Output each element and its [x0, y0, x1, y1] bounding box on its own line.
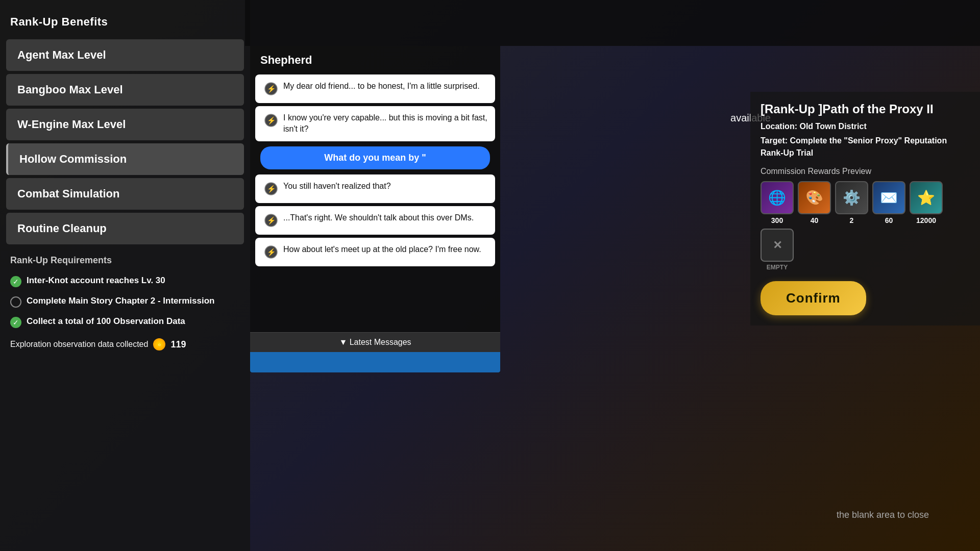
svg-text:⚡: ⚡ [267, 216, 276, 225]
svg-text:⚡: ⚡ [267, 85, 276, 93]
npc-icon-5: ⚡ [263, 212, 279, 229]
confirm-button[interactable]: Confirm [761, 281, 866, 315]
rank-up-requirements-title: Rank-Up Requirements [0, 247, 250, 271]
reward-item-2: 🎨 40 [798, 181, 831, 224]
chat-message-5: ⚡ ...That's right. We shouldn't talk abo… [255, 206, 495, 235]
reward-count-empty: EMPTY [767, 264, 788, 271]
message-text-1: My dear old friend... to be honest, I'm … [283, 81, 487, 92]
reward-item-4: ✉️ 60 [872, 181, 905, 224]
exploration-coin-icon: ○ [153, 338, 165, 350]
req-text-3: Collect a total of 100 Observation Data [27, 316, 185, 327]
reward-item-3: ⚙️ 2 [835, 181, 868, 224]
rank-up-benefits-title: Rank-Up Benefits [0, 10, 250, 36]
npc-icon-1: ⚡ [263, 81, 279, 97]
reward-icon-empty: ✕ [761, 229, 794, 262]
exploration-row: Exploration observation data collected ○… [0, 332, 250, 357]
commission-info: [Rank-Up ]Path of the Proxy II Location:… [750, 92, 980, 325]
npc-icon-2: ⚡ [263, 112, 279, 129]
left-panel: Rank-Up Benefits Agent Max Level Bangboo… [0, 0, 250, 551]
reward-count-4: 60 [885, 216, 893, 224]
requirement-3: ✓ Collect a total of 100 Observation Dat… [0, 312, 250, 332]
benefit-w-engine-max-level[interactable]: W-Engine Max Level [6, 109, 244, 140]
benefit-hollow-commission[interactable]: Hollow Commission [6, 143, 244, 175]
close-area-text: the blank area to close [837, 510, 929, 520]
message-text-4: You still haven't realized that? [283, 181, 487, 192]
commission-rewards-title: Commission Rewards Preview [761, 167, 970, 176]
npc-icon-4: ⚡ [263, 181, 279, 197]
commission-location: Location: Old Town District [761, 120, 970, 133]
latest-messages-button[interactable]: ▼ Latest Messages [250, 332, 500, 352]
chat-messages: ⚡ My dear old friend... to be honest, I'… [250, 72, 500, 332]
reward-item-5: ⭐ 12000 [910, 181, 943, 224]
reward-icon-4: ✉️ [872, 181, 905, 214]
chat-message-2: ⚡ I know you're very capable... but this… [255, 106, 495, 141]
rewards-row: 🌐 300 🎨 40 ⚙️ 2 ✉️ 60 ⭐ 12000 [761, 181, 970, 271]
benefit-combat-simulation[interactable]: Combat Simulation [6, 178, 244, 210]
benefits-list: Agent Max Level Bangboo Max Level W-Engi… [0, 39, 250, 244]
message-text-6: How about let's meet up at the old place… [283, 244, 487, 255]
chat-message-6: ⚡ How about let's meet up at the old pla… [255, 238, 495, 266]
svg-text:⚡: ⚡ [267, 116, 276, 125]
reward-count-3: 2 [850, 216, 854, 224]
chat-message-4: ⚡ You still haven't realized that? [255, 174, 495, 203]
reward-item-1: 🌐 300 [761, 181, 794, 224]
reward-icon-3: ⚙️ [835, 181, 868, 214]
requirement-2: Complete Main Story Chapter 2 - Intermis… [0, 291, 250, 312]
svg-text:⚡: ⚡ [267, 185, 276, 193]
req-text-1: Inter-Knot account reaches Lv. 30 [27, 275, 165, 286]
top-bar [245, 0, 980, 46]
req-icon-3: ✓ [10, 317, 21, 328]
reward-count-1: 300 [771, 216, 783, 224]
reward-icon-1: 🌐 [761, 181, 794, 214]
benefit-agent-max-level[interactable]: Agent Max Level [6, 39, 244, 71]
reward-count-2: 40 [811, 216, 819, 224]
message-text-2: I know you're very capable... but this i… [283, 112, 487, 135]
reward-icon-5: ⭐ [910, 181, 943, 214]
reward-item-empty: ✕ EMPTY [761, 229, 794, 271]
exploration-label: Exploration observation data collected [10, 340, 148, 349]
message-text-5: ...That's right. We shouldn't talk about… [283, 212, 487, 223]
benefit-routine-cleanup[interactable]: Routine Cleanup [6, 213, 244, 244]
svg-text:⚡: ⚡ [267, 248, 276, 257]
npc-icon-6: ⚡ [263, 244, 279, 260]
chat-speaker: Shepherd [250, 46, 500, 72]
commission-target: Target: Complete the "Senior Proxy" Repu… [761, 135, 970, 159]
req-text-2: Complete Main Story Chapter 2 - Intermis… [27, 295, 214, 307]
chat-panel: Shepherd ⚡ My dear old friend... to be h… [250, 46, 500, 372]
chat-message-1: ⚡ My dear old friend... to be honest, I'… [255, 74, 495, 103]
player-message[interactable]: What do you mean by " [260, 146, 490, 169]
exploration-value: 119 [170, 339, 186, 350]
commission-title: [Rank-Up ]Path of the Proxy II [761, 102, 970, 116]
req-icon-1: ✓ [10, 276, 21, 287]
chat-footer [250, 352, 500, 372]
requirement-1: ✓ Inter-Knot account reaches Lv. 30 [0, 271, 250, 291]
req-icon-2 [10, 296, 21, 308]
reward-icon-2: 🎨 [798, 181, 831, 214]
benefit-bangboo-max-level[interactable]: Bangboo Max Level [6, 74, 244, 106]
reward-count-5: 12000 [916, 216, 936, 224]
